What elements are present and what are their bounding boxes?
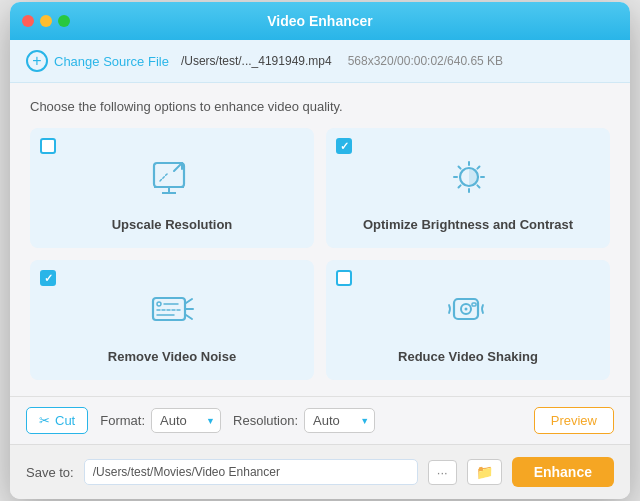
noise-icon	[146, 285, 198, 341]
option-card-brightness: Optimize Brightness and Contrast	[326, 128, 610, 248]
option-card-shaking: Reduce Video Shaking	[326, 260, 610, 380]
traffic-lights	[22, 15, 70, 27]
cut-label: Cut	[55, 413, 75, 428]
svg-rect-26	[472, 303, 476, 306]
scissors-icon: ✂	[39, 413, 50, 428]
svg-line-12	[477, 185, 479, 187]
enhance-button[interactable]: Enhance	[512, 457, 614, 487]
shaking-icon	[442, 285, 494, 341]
save-path-input[interactable]	[84, 459, 418, 485]
preview-button[interactable]: Preview	[534, 407, 614, 434]
close-button[interactable]	[22, 15, 34, 27]
change-source-button[interactable]: + Change Source File	[26, 50, 169, 72]
upscale-label: Upscale Resolution	[112, 217, 233, 232]
format-select[interactable]: Auto MP4 AVI MOV	[151, 408, 221, 433]
save-to-label: Save to:	[26, 465, 74, 480]
option-card-noise: Remove Video Noise	[30, 260, 314, 380]
svg-point-25	[465, 308, 468, 311]
brightness-icon	[442, 153, 494, 209]
title-bar: Video Enhancer	[10, 2, 630, 40]
svg-point-16	[157, 302, 161, 306]
minimize-button[interactable]	[40, 15, 52, 27]
footer-bar: Save to: ··· 📁 Enhance	[10, 444, 630, 499]
resolution-group: Resolution: Auto 720p 1080p 4K	[233, 408, 375, 433]
options-grid: Upscale Resolution	[30, 128, 610, 380]
brightness-checkbox[interactable]	[336, 138, 352, 154]
folder-icon: 📁	[476, 464, 493, 480]
resolution-select[interactable]: Auto 720p 1080p 4K	[304, 408, 375, 433]
window-title: Video Enhancer	[267, 13, 373, 29]
noise-label: Remove Video Noise	[108, 349, 236, 364]
svg-line-13	[477, 167, 479, 169]
bottom-controls: ✂ Cut Format: Auto MP4 AVI MOV Resolutio…	[10, 396, 630, 444]
svg-line-5	[160, 173, 168, 181]
format-group: Format: Auto MP4 AVI MOV	[100, 408, 221, 433]
plus-icon: +	[26, 50, 48, 72]
source-path: /Users/test/..._4191949.mp4	[181, 54, 332, 68]
svg-line-22	[186, 315, 192, 319]
source-bar: + Change Source File /Users/test/..._419…	[10, 40, 630, 83]
folder-button[interactable]: 📁	[467, 459, 502, 485]
svg-rect-15	[153, 298, 185, 320]
instruction-text: Choose the following options to enhance …	[30, 99, 610, 114]
svg-line-20	[186, 299, 192, 303]
upscale-icon	[146, 153, 198, 209]
upscale-checkbox[interactable]	[40, 138, 56, 154]
resolution-label: Resolution:	[233, 413, 298, 428]
brightness-label: Optimize Brightness and Contrast	[363, 217, 573, 232]
content-area: Choose the following options to enhance …	[10, 83, 630, 396]
source-meta: 568x320/00:00:02/640.65 KB	[348, 54, 503, 68]
main-window: Video Enhancer + Change Source File /Use…	[10, 2, 630, 499]
svg-line-4	[174, 163, 182, 171]
format-label: Format:	[100, 413, 145, 428]
cut-button[interactable]: ✂ Cut	[26, 407, 88, 434]
dots-button[interactable]: ···	[428, 460, 457, 485]
noise-checkbox[interactable]	[40, 270, 56, 286]
svg-line-11	[459, 167, 461, 169]
source-info: /Users/test/..._4191949.mp4 568x320/00:0…	[181, 54, 503, 68]
change-source-label: Change Source File	[54, 54, 169, 69]
option-card-upscale: Upscale Resolution	[30, 128, 314, 248]
resolution-select-wrapper: Auto 720p 1080p 4K	[304, 408, 375, 433]
shaking-checkbox[interactable]	[336, 270, 352, 286]
maximize-button[interactable]	[58, 15, 70, 27]
svg-line-14	[459, 185, 461, 187]
shaking-label: Reduce Video Shaking	[398, 349, 538, 364]
format-select-wrapper: Auto MP4 AVI MOV	[151, 408, 221, 433]
